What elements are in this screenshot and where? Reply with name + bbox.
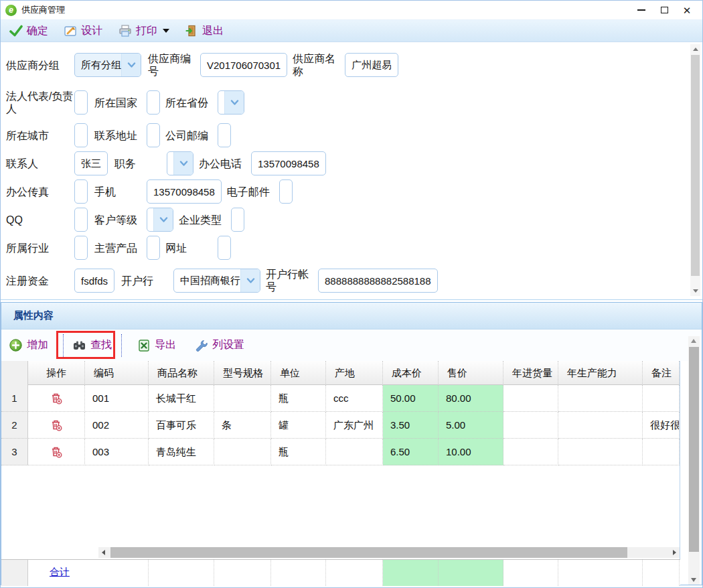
close-button[interactable]: ✕ xyxy=(676,1,698,19)
table-cell xyxy=(503,412,558,439)
export-label: 导出 xyxy=(155,338,176,352)
table-cell xyxy=(503,439,558,465)
panel-title: 属性内容 xyxy=(13,309,54,322)
field-input[interactable]: 13570098458 xyxy=(251,151,326,175)
field-label: 联系地址 xyxy=(94,129,147,142)
field-label: 办公传真 xyxy=(6,186,74,198)
scroll-up-icon[interactable] xyxy=(691,339,696,343)
column-header: 年生产能力 xyxy=(558,361,643,385)
footer-cell xyxy=(214,560,271,586)
delete-button[interactable] xyxy=(28,439,85,465)
window-title: 供应商管理 xyxy=(21,4,65,16)
column-header: 操作 xyxy=(28,361,85,385)
find-button[interactable]: 查找 xyxy=(63,334,122,357)
table-cell xyxy=(558,439,643,465)
minimize-button[interactable] xyxy=(630,1,653,19)
table-cell: 很好很 xyxy=(643,412,680,439)
field-label: 客户等级 xyxy=(94,214,147,226)
scroll-right-icon[interactable] xyxy=(673,550,676,555)
supplier-form-area: 供应商分组所有分组供应商编号V201706070301供应商名称广州超易法人代表… xyxy=(1,42,702,300)
delete-button[interactable] xyxy=(28,412,85,439)
grid-body: 1001长城干红瓶ccc50.0080.002002百事可乐条罐广东广州3.50… xyxy=(1,385,680,465)
maximize-icon xyxy=(661,7,668,13)
combobox-value: 所有分组 xyxy=(75,54,121,76)
field-input[interactable] xyxy=(74,123,88,147)
field-input[interactable]: 张三 xyxy=(74,151,108,175)
grid-corner-cell xyxy=(1,361,28,385)
total-link[interactable]: 合计 xyxy=(50,566,70,579)
attribute-panel: 属性内容 增加 查找 导出 xyxy=(1,302,702,585)
row-number: 2 xyxy=(1,412,28,439)
field-input[interactable]: fsdfds xyxy=(74,269,114,293)
field-input[interactable] xyxy=(74,90,88,115)
column-header: 编码 xyxy=(85,361,149,385)
field-label: 主营产品 xyxy=(94,242,147,254)
field-input[interactable] xyxy=(147,90,160,115)
chevron-down-icon[interactable] xyxy=(153,208,173,231)
form-row: 注册资金fsdfds开户行中国招商银行开户行帐号8888888888882588… xyxy=(1,269,702,293)
print-label: 打印 xyxy=(136,24,157,38)
field-combobox[interactable]: 所有分组 xyxy=(74,53,141,77)
field-input[interactable] xyxy=(74,179,88,204)
field-input[interactable] xyxy=(279,179,293,204)
grid-vertical-scrollbar[interactable] xyxy=(688,336,700,585)
form-row: 供应商分组所有分组供应商编号V201706070301供应商名称广州超易 xyxy=(1,53,702,77)
field-combobox[interactable] xyxy=(218,90,244,115)
field-input[interactable] xyxy=(231,208,244,232)
field-input[interactable] xyxy=(218,236,231,260)
scroll-left-icon[interactable] xyxy=(102,550,105,555)
chevron-down-icon[interactable] xyxy=(240,269,260,292)
field-input[interactable]: V201706070301 xyxy=(200,53,287,77)
close-icon: ✕ xyxy=(683,5,692,15)
chevron-down-icon[interactable] xyxy=(173,152,193,175)
field-input[interactable] xyxy=(74,236,88,260)
delete-trash-icon xyxy=(50,445,63,459)
field-label: 办公电话 xyxy=(199,157,251,170)
field-combobox[interactable] xyxy=(147,208,173,232)
add-button[interactable]: 增加 xyxy=(4,334,54,357)
chevron-down-icon[interactable] xyxy=(121,54,141,76)
field-combobox[interactable]: 中国招商银行 xyxy=(173,269,260,293)
horizontal-scrollbar[interactable] xyxy=(98,547,680,558)
find-binoculars-icon xyxy=(73,340,86,351)
field-input[interactable]: 8888888888882588188 xyxy=(318,269,438,293)
design-button[interactable]: 设计 xyxy=(57,21,110,40)
table-cell: 002 xyxy=(85,412,149,439)
scroll-up-icon[interactable] xyxy=(693,48,698,51)
scroll-down-icon[interactable] xyxy=(691,578,696,582)
scroll-down-icon[interactable] xyxy=(693,289,698,293)
field-input[interactable] xyxy=(74,208,88,232)
horizontal-scrollbar-thumb[interactable] xyxy=(110,547,627,558)
confirm-button[interactable]: 确定 xyxy=(2,21,56,40)
add-icon xyxy=(9,339,22,352)
chevron-down-icon[interactable] xyxy=(224,91,244,114)
table-cell: 长城干红 xyxy=(149,385,214,412)
footer-total-cell: 合计 xyxy=(28,560,149,586)
field-input[interactable] xyxy=(218,123,231,147)
table-cell: 瓶 xyxy=(271,439,326,465)
supplier-management-window: e 供应商管理 ✕ 确定 设计 打印 xyxy=(0,0,703,588)
find-label: 查找 xyxy=(90,338,112,352)
field-input[interactable] xyxy=(147,236,160,260)
table-cell: 百事可乐 xyxy=(149,412,214,439)
printer-icon xyxy=(119,25,132,37)
grid-scrollbar-thumb[interactable] xyxy=(689,347,699,552)
exit-button[interactable]: 退出 xyxy=(178,21,231,40)
print-button[interactable]: 打印 xyxy=(111,21,177,40)
table-cell xyxy=(643,439,680,465)
dropdown-caret-icon[interactable] xyxy=(163,29,169,33)
footer-cell xyxy=(558,560,643,586)
column-settings-button[interactable]: 列设置 xyxy=(189,334,250,357)
field-input[interactable]: 广州超易 xyxy=(345,53,398,77)
form-scrollbar-thumb[interactable] xyxy=(691,55,700,276)
field-combobox[interactable] xyxy=(167,151,193,175)
maximize-button[interactable] xyxy=(653,1,676,19)
field-input[interactable] xyxy=(147,123,160,147)
export-excel-icon xyxy=(138,340,150,352)
form-vertical-scrollbar[interactable] xyxy=(690,44,700,296)
field-label: 职务 xyxy=(114,157,167,170)
combobox-value xyxy=(167,152,173,175)
export-button[interactable]: 导出 xyxy=(133,334,181,357)
field-input[interactable]: 13570098458 xyxy=(147,179,222,204)
delete-button[interactable] xyxy=(28,385,85,412)
